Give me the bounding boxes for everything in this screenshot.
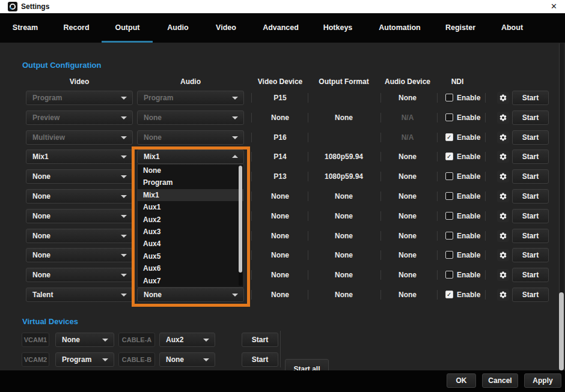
ok-button[interactable]: OK (447, 373, 476, 388)
ndi-enable-checkbox[interactable] (445, 251, 453, 259)
video-output-dropdown[interactable]: Mix1 (26, 149, 133, 164)
audio-device-value: None (380, 268, 435, 282)
scrollbar-thumb[interactable] (559, 292, 564, 370)
video-output-dropdown[interactable]: Multiview (26, 130, 133, 145)
tab-hotkeys[interactable]: Hotkeys (323, 13, 353, 43)
chevron-down-icon (232, 116, 238, 119)
start-button[interactable]: Start (512, 169, 549, 184)
close-icon[interactable]: ✕ (551, 0, 557, 13)
audio-output-dropdown[interactable]: None (137, 288, 244, 302)
tab-about[interactable]: About (501, 13, 523, 43)
start-button[interactable]: Start (512, 189, 549, 204)
chevron-down-icon (121, 274, 127, 277)
ndi-enable-checkbox[interactable] (445, 291, 453, 298)
settings-window: Settings ✕ StreamRecordOutputAudioVideoA… (0, 0, 565, 392)
dropdown-option[interactable]: Aux1 (138, 201, 243, 213)
start-button[interactable]: Start (512, 229, 549, 243)
gear-icon (499, 251, 507, 259)
chevron-down-icon (102, 339, 108, 342)
ndi-enable-checkbox[interactable] (445, 232, 453, 240)
gear-icon (499, 192, 507, 201)
column-divider (485, 290, 486, 300)
dropdown-value: None (166, 353, 184, 366)
start-button[interactable]: Start (512, 91, 549, 105)
settings-gear-button[interactable] (497, 112, 509, 124)
start-button[interactable]: Start (512, 130, 549, 145)
dropdown-option[interactable]: Aux3 (138, 226, 243, 238)
settings-gear-button[interactable] (497, 230, 509, 242)
dropdown-option[interactable]: Aux2 (138, 214, 243, 226)
gear-icon (499, 94, 507, 102)
dropdown-option[interactable]: Aux4 (138, 238, 243, 250)
column-divider (308, 211, 308, 221)
ndi-enable-checkbox[interactable] (445, 152, 453, 160)
dropdown-option[interactable]: Aux5 (138, 250, 243, 262)
start-button[interactable]: Start (512, 248, 549, 262)
settings-gear-button[interactable] (497, 170, 509, 182)
video-output-dropdown[interactable]: Talent (26, 288, 133, 302)
dropdown-value: None (32, 190, 50, 203)
start-button[interactable]: Start (512, 288, 549, 302)
start-button[interactable]: Start (512, 149, 549, 164)
tab-stream[interactable]: Stream (13, 13, 38, 43)
virtual-audio-dropdown[interactable]: Aux2 (159, 333, 215, 347)
tab-advanced[interactable]: Advanced (263, 13, 299, 43)
chevron-down-icon (102, 358, 108, 361)
start-button[interactable]: Start (512, 209, 549, 223)
audio-output-dropdown-open[interactable]: Mix1 (137, 149, 244, 164)
virtual-audio-dropdown[interactable]: None (159, 352, 215, 367)
settings-gear-button[interactable] (497, 131, 509, 143)
ndi-enable-checkbox[interactable] (445, 192, 453, 200)
cancel-button[interactable]: Cancel (482, 373, 518, 388)
virtual-video-dropdown[interactable]: None (55, 333, 114, 347)
video-output-dropdown[interactable]: None (26, 229, 133, 243)
start-button[interactable]: Start (242, 333, 278, 347)
tab-audio[interactable]: Audio (167, 13, 188, 43)
tab-output[interactable]: Output (115, 13, 140, 43)
dropdown-option[interactable]: None (138, 164, 243, 176)
settings-gear-button[interactable] (497, 249, 509, 261)
tab-video[interactable]: Video (216, 13, 236, 43)
video-output-dropdown[interactable]: Preview (26, 110, 133, 125)
settings-gear-button[interactable] (497, 269, 509, 281)
tab-record[interactable]: Record (63, 13, 89, 43)
output-format-value: 1080p59.94 (311, 169, 376, 184)
settings-gear-button[interactable] (497, 92, 509, 104)
video-output-dropdown[interactable]: None (26, 189, 133, 204)
dropdown-option[interactable]: Mix1 (138, 189, 243, 201)
ndi-enable-checkbox[interactable] (445, 133, 453, 141)
start-button[interactable]: Start (512, 110, 549, 125)
video-device-value: None (252, 229, 308, 243)
virtual-video-dropdown[interactable]: Program (55, 352, 114, 367)
dropdown-option[interactable]: Aux7 (138, 275, 243, 287)
chevron-down-icon (121, 116, 127, 119)
column-divider (308, 113, 308, 122)
tab-automation[interactable]: Automation (379, 13, 420, 43)
start-button[interactable]: Start (242, 352, 278, 367)
dropdown-option[interactable]: Aux6 (138, 262, 243, 274)
ndi-enable-checkbox[interactable] (445, 212, 453, 220)
apply-button[interactable]: Apply (524, 373, 561, 388)
start-button[interactable]: Start (512, 268, 549, 282)
video-output-dropdown[interactable]: None (26, 248, 133, 262)
audio-output-dropdown[interactable]: Program (137, 91, 244, 105)
settings-gear-button[interactable] (497, 190, 509, 202)
column-divider (437, 270, 438, 280)
video-output-dropdown[interactable]: None (26, 169, 133, 184)
tab-register[interactable]: Register (445, 13, 475, 43)
settings-gear-button[interactable] (497, 151, 509, 163)
settings-gear-button[interactable] (497, 210, 509, 222)
dropdown-option[interactable]: Program (138, 176, 243, 188)
ndi-enable-checkbox[interactable] (445, 94, 453, 101)
video-output-dropdown[interactable]: None (26, 209, 133, 223)
video-output-dropdown[interactable]: None (26, 268, 133, 282)
ndi-enable-checkbox[interactable] (445, 113, 453, 121)
ndi-enable-label: Enable (457, 110, 480, 125)
settings-gear-button[interactable] (497, 289, 509, 301)
scrollbar-thumb[interactable] (239, 166, 242, 273)
audio-output-dropdown[interactable]: None (137, 130, 244, 145)
audio-output-dropdown[interactable]: None (137, 110, 244, 125)
video-output-dropdown[interactable]: Program (26, 91, 133, 105)
ndi-enable-checkbox[interactable] (445, 172, 453, 180)
ndi-enable-checkbox[interactable] (445, 271, 453, 279)
